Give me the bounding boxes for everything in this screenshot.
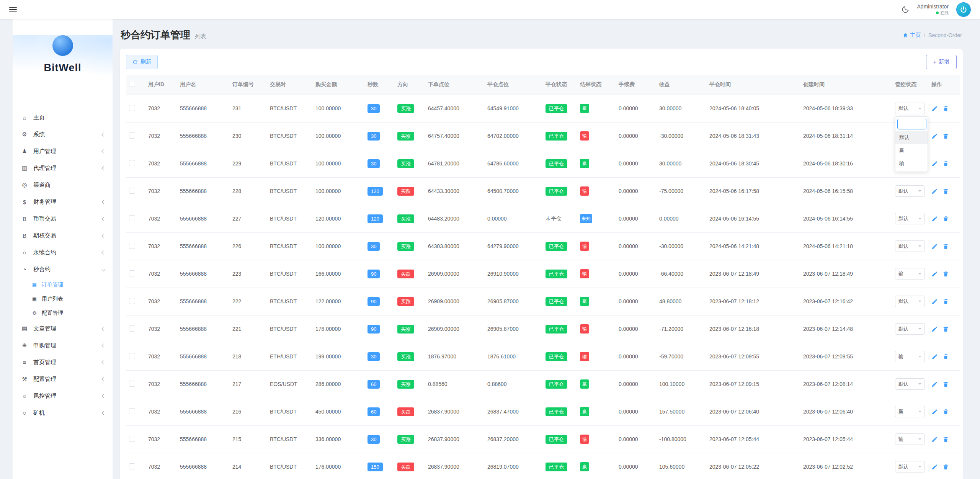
edit-icon[interactable] bbox=[931, 160, 938, 167]
edit-icon[interactable] bbox=[931, 216, 938, 222]
control-select[interactable]: 默认 bbox=[895, 378, 925, 390]
sidebar-item-channel[interactable]: ◎渠道商 bbox=[13, 177, 113, 193]
delete-icon[interactable] bbox=[942, 160, 949, 167]
edit-icon[interactable] bbox=[931, 188, 938, 195]
sidebar-item-miner[interactable]: ○矿机 bbox=[13, 404, 113, 421]
user-avatar[interactable] bbox=[956, 2, 971, 17]
add-button[interactable]: + 新增 bbox=[926, 55, 957, 69]
close-status-badge: 已平仓 bbox=[546, 297, 567, 306]
delete-icon[interactable] bbox=[942, 409, 949, 415]
delete-icon[interactable] bbox=[942, 271, 949, 277]
dropdown-option[interactable]: 输 bbox=[895, 157, 928, 170]
sidebar-item-option-trade[interactable]: B期权交易 bbox=[13, 227, 113, 244]
row-checkbox[interactable] bbox=[129, 325, 135, 332]
edit-icon[interactable] bbox=[931, 326, 938, 332]
control-select[interactable]: 赢 bbox=[895, 406, 925, 417]
sidebar-subitem-user-list[interactable]: ▣用户列表 bbox=[13, 292, 113, 306]
dark-mode-moon-icon[interactable] bbox=[901, 5, 910, 14]
control-select[interactable]: 默认 bbox=[895, 296, 925, 307]
sidebar-subitem-order-management[interactable]: ▦订单管理 bbox=[13, 278, 113, 292]
cell-close-time: 2023-06-07 12:18:12 bbox=[706, 288, 800, 315]
row-checkbox[interactable] bbox=[129, 381, 135, 387]
delete-icon[interactable] bbox=[942, 381, 949, 387]
result-badge: 输 bbox=[580, 352, 589, 361]
select-all-checkbox[interactable] bbox=[129, 81, 135, 87]
sidebar-item-homepage-management[interactable]: ≡首页管理 bbox=[13, 354, 113, 371]
row-checkbox[interactable] bbox=[129, 132, 135, 139]
edit-icon[interactable] bbox=[931, 464, 938, 470]
sidebar-item-label: 申购管理 bbox=[33, 342, 102, 349]
sidebar-item-coin-trade[interactable]: B币币交易 bbox=[13, 210, 113, 227]
cell-order-no: 231 bbox=[229, 95, 267, 122]
delete-icon[interactable] bbox=[942, 326, 949, 332]
sidebar-subitem-config-management[interactable]: ⚙配置管理 bbox=[13, 306, 113, 320]
sidebar-item-subscribe-management[interactable]: ⊕申购管理 bbox=[13, 337, 113, 354]
delete-icon[interactable] bbox=[942, 105, 949, 112]
direction-badge: 买涨 bbox=[397, 242, 414, 251]
row-checkbox[interactable] bbox=[129, 188, 135, 194]
control-select[interactable]: 输 bbox=[895, 351, 925, 362]
sidebar-item-second-contract[interactable]: ◔秒合约 bbox=[13, 261, 113, 278]
sidebar-item-home[interactable]: ⌂主页 bbox=[13, 109, 113, 126]
row-checkbox[interactable] bbox=[129, 436, 135, 442]
row-checkbox[interactable] bbox=[129, 408, 135, 414]
sidebar-item-risk-management[interactable]: ○风控管理 bbox=[13, 387, 113, 404]
control-select[interactable]: 默认 bbox=[895, 103, 925, 114]
sidebar-item-config-management-2[interactable]: ⚒配置管理 bbox=[13, 371, 113, 387]
delete-icon[interactable] bbox=[942, 216, 949, 222]
delete-icon[interactable] bbox=[942, 464, 949, 470]
delete-icon[interactable] bbox=[942, 436, 949, 443]
control-select[interactable]: 默认 bbox=[895, 240, 925, 252]
edit-icon[interactable] bbox=[931, 243, 938, 250]
control-select[interactable]: 默认 bbox=[895, 461, 925, 472]
table-row: 7032555666888227BTC/USDT120.00000120买涨64… bbox=[126, 205, 960, 232]
row-checkbox[interactable] bbox=[129, 160, 135, 166]
edit-icon[interactable] bbox=[931, 105, 938, 112]
edit-icon[interactable] bbox=[931, 133, 938, 139]
row-checkbox[interactable] bbox=[129, 215, 135, 221]
row-checkbox[interactable] bbox=[129, 270, 135, 276]
sidebar-item-label: 风控管理 bbox=[33, 392, 102, 400]
row-checkbox[interactable] bbox=[129, 243, 135, 249]
sidebar-item-agent-management[interactable]: ▥代理管理 bbox=[13, 160, 113, 177]
delete-icon[interactable] bbox=[942, 188, 949, 195]
sidebar-item-system[interactable]: ⚙系统 bbox=[13, 126, 113, 143]
dropdown-option[interactable]: 默认 bbox=[895, 131, 928, 144]
control-select[interactable]: 默认 bbox=[895, 185, 925, 197]
row-actions bbox=[931, 216, 957, 222]
edit-icon[interactable] bbox=[931, 409, 938, 415]
close-status-badge: 已平仓 bbox=[546, 380, 567, 389]
control-select[interactable]: 输 bbox=[895, 433, 925, 445]
hamburger-menu-icon[interactable] bbox=[9, 7, 17, 12]
edit-icon[interactable] bbox=[931, 353, 938, 360]
breadcrumb-home-link[interactable]: 主页 bbox=[903, 32, 921, 39]
control-select[interactable]: 输 bbox=[895, 268, 925, 280]
sidebar-item-perpetual-contract[interactable]: ○永续合约 bbox=[13, 244, 113, 261]
control-select[interactable]: 默认 bbox=[895, 323, 925, 335]
sidebar-item-user-management[interactable]: ♟用户管理 bbox=[13, 143, 113, 160]
control-filter-input[interactable] bbox=[897, 119, 926, 129]
row-checkbox[interactable] bbox=[129, 353, 135, 359]
row-checkbox[interactable] bbox=[129, 463, 135, 469]
cell-close-point: 26837.47000 bbox=[484, 398, 542, 425]
cell-open-point: 64757.40000 bbox=[425, 122, 484, 150]
refresh-button[interactable]: 刷新 bbox=[126, 55, 158, 69]
edit-icon[interactable] bbox=[931, 436, 938, 443]
row-checkbox[interactable] bbox=[129, 105, 135, 111]
sidebar-item-article-management[interactable]: ▤文章管理 bbox=[13, 320, 113, 337]
dropdown-option[interactable]: 赢 bbox=[895, 144, 928, 157]
control-select-value: 输 bbox=[898, 353, 903, 360]
result-badge: 赢 bbox=[580, 159, 589, 168]
edit-icon[interactable] bbox=[931, 381, 938, 387]
cell-fee: 0.00000 bbox=[616, 315, 656, 343]
delete-icon[interactable] bbox=[942, 133, 949, 139]
cell-user-id: 7032 bbox=[145, 453, 177, 479]
sidebar-item-finance-management[interactable]: $财务管理 bbox=[13, 193, 113, 210]
delete-icon[interactable] bbox=[942, 243, 949, 250]
delete-icon[interactable] bbox=[942, 298, 949, 305]
delete-icon[interactable] bbox=[942, 353, 949, 360]
control-select[interactable]: 默认 bbox=[895, 213, 925, 224]
row-checkbox[interactable] bbox=[129, 298, 135, 304]
edit-icon[interactable] bbox=[931, 271, 938, 277]
edit-icon[interactable] bbox=[931, 298, 938, 305]
